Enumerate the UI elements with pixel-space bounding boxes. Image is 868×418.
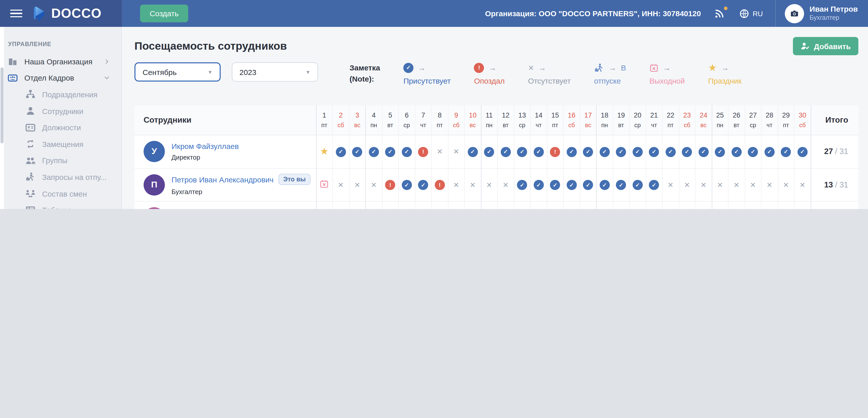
- attendance-cell[interactable]: ✕: [794, 168, 811, 201]
- user-info[interactable]: Иван Петров Бухгалтер: [810, 5, 858, 22]
- create-button[interactable]: Создать: [140, 5, 188, 22]
- attendance-cell[interactable]: ✓: [580, 168, 596, 201]
- attendance-cell[interactable]: ✓: [349, 135, 366, 168]
- attendance-cell[interactable]: ✓: [629, 201, 646, 209]
- attendance-cell[interactable]: [530, 201, 547, 209]
- attendance-cell[interactable]: ✓: [778, 135, 794, 168]
- attendance-cell[interactable]: ✓: [580, 201, 596, 209]
- attendance-cell[interactable]: ✓: [497, 201, 514, 209]
- attendance-cell[interactable]: ✓: [366, 201, 382, 209]
- attendance-cell[interactable]: ✓: [679, 201, 695, 209]
- attendance-cell[interactable]: ✓: [794, 201, 811, 209]
- attendance-cell[interactable]: ✓: [596, 168, 613, 201]
- attendance-cell[interactable]: ✓: [349, 201, 366, 209]
- attendance-cell[interactable]: ✓: [530, 168, 547, 201]
- attendance-cell[interactable]: ✓: [613, 135, 629, 168]
- attendance-cell[interactable]: ✓: [399, 168, 415, 201]
- sidebar-item-8[interactable]: Состав смен: [0, 185, 121, 202]
- attendance-cell[interactable]: [316, 168, 333, 201]
- attendance-cell[interactable]: !: [547, 135, 563, 168]
- attendance-cell[interactable]: ✓: [761, 201, 778, 209]
- attendance-cell[interactable]: ✕: [728, 168, 745, 201]
- attendance-cell[interactable]: ✓: [728, 201, 745, 209]
- attendance-cell[interactable]: ✓: [613, 201, 629, 209]
- attendance-cell[interactable]: ✓: [399, 201, 415, 209]
- attendance-cell[interactable]: ✓: [464, 135, 481, 168]
- attendance-cell[interactable]: ✓: [481, 201, 497, 209]
- attendance-cell[interactable]: ✓: [514, 135, 530, 168]
- attendance-cell[interactable]: ✕: [464, 168, 481, 201]
- attendance-cell[interactable]: ✕: [761, 168, 778, 201]
- sidebar-item-9[interactable]: Таблица: [0, 202, 121, 209]
- attendance-cell[interactable]: ✓: [563, 135, 580, 168]
- attendance-cell[interactable]: ✕: [662, 168, 679, 201]
- attendance-cell[interactable]: ★: [316, 201, 333, 209]
- attendance-cell[interactable]: ✓: [399, 135, 415, 168]
- language-switcher[interactable]: RU: [739, 8, 763, 19]
- attendance-cell[interactable]: ✓: [563, 201, 580, 209]
- attendance-cell[interactable]: ✓: [745, 201, 761, 209]
- attendance-cell[interactable]: !: [415, 135, 431, 168]
- attendance-cell[interactable]: ✓: [333, 135, 349, 168]
- attendance-cell[interactable]: ✕: [497, 168, 514, 201]
- notifications-icon[interactable]: [714, 8, 725, 19]
- attendance-cell[interactable]: ✕: [366, 168, 382, 201]
- attendance-cell[interactable]: ✓: [596, 135, 613, 168]
- attendance-cell[interactable]: ✓: [629, 168, 646, 201]
- attendance-cell[interactable]: ✓: [745, 135, 761, 168]
- attendance-cell[interactable]: ✓: [695, 201, 712, 209]
- attendance-cell[interactable]: ✓: [563, 168, 580, 201]
- attendance-cell[interactable]: !: [431, 168, 448, 201]
- attendance-cell[interactable]: ✓: [728, 135, 745, 168]
- sidebar-scrollbar-thumb[interactable]: [1, 67, 4, 143]
- attendance-cell[interactable]: ✓: [646, 201, 662, 209]
- attendance-cell[interactable]: ✓: [646, 135, 662, 168]
- month-select[interactable]: Сентябрь ▼: [134, 62, 221, 81]
- employee-name-link[interactable]: Шишкина Наталя: [172, 208, 232, 209]
- attendance-cell[interactable]: ✓: [613, 168, 629, 201]
- employee-name-link[interactable]: Икром Файзуллаев: [172, 142, 239, 151]
- attendance-cell[interactable]: [547, 201, 563, 209]
- attendance-cell[interactable]: ✓: [415, 201, 431, 209]
- sidebar-item-3[interactable]: Сотрудники: [0, 103, 121, 119]
- attendance-cell[interactable]: ✓: [514, 168, 530, 201]
- user-avatar[interactable]: [785, 4, 804, 23]
- attendance-cell[interactable]: ★: [316, 135, 333, 168]
- attendance-cell[interactable]: ✓: [679, 135, 695, 168]
- attendance-cell[interactable]: ✓: [761, 135, 778, 168]
- attendance-cell[interactable]: ✓: [382, 201, 399, 209]
- attendance-cell[interactable]: ✓: [448, 201, 464, 209]
- attendance-cell[interactable]: ✕: [333, 168, 349, 201]
- attendance-cell[interactable]: ✓: [646, 168, 662, 201]
- employee-name-link[interactable]: Петров Иван Александрович: [172, 175, 274, 184]
- attendance-cell[interactable]: !: [382, 168, 399, 201]
- sidebar-item-5[interactable]: Замещения: [0, 136, 121, 152]
- attendance-cell[interactable]: ✓: [580, 135, 596, 168]
- attendance-cell[interactable]: ✕: [745, 168, 761, 201]
- attendance-cell[interactable]: ✓: [778, 201, 794, 209]
- attendance-cell[interactable]: ✓: [366, 135, 382, 168]
- attendance-cell[interactable]: ✓: [497, 135, 514, 168]
- attendance-cell[interactable]: ✕: [448, 135, 464, 168]
- attendance-cell[interactable]: ✕: [679, 168, 695, 201]
- attendance-cell[interactable]: ✓: [662, 201, 679, 209]
- attendance-cell[interactable]: ✓: [530, 135, 547, 168]
- sidebar-item-6[interactable]: Группы: [0, 152, 121, 169]
- year-select[interactable]: 2023 ▼: [232, 62, 318, 81]
- attendance-cell[interactable]: ✕: [448, 168, 464, 201]
- attendance-cell[interactable]: ✓: [464, 201, 481, 209]
- attendance-cell[interactable]: ✓: [712, 135, 728, 168]
- attendance-cell[interactable]: ✓: [596, 201, 613, 209]
- attendance-cell[interactable]: ✕: [778, 168, 794, 201]
- menu-icon[interactable]: [10, 10, 22, 18]
- sidebar-item-0[interactable]: Наша Организация: [0, 53, 121, 70]
- add-button[interactable]: Добавить: [793, 37, 858, 55]
- attendance-cell[interactable]: [514, 201, 530, 209]
- attendance-cell[interactable]: ✓: [481, 135, 497, 168]
- attendance-cell[interactable]: ✓: [662, 135, 679, 168]
- attendance-cell[interactable]: ✕: [431, 135, 448, 168]
- attendance-cell[interactable]: ✕: [349, 168, 366, 201]
- attendance-cell[interactable]: ✓: [794, 135, 811, 168]
- attendance-cell[interactable]: ✕: [712, 168, 728, 201]
- sidebar-item-7[interactable]: Запросы на отпу...: [0, 169, 121, 185]
